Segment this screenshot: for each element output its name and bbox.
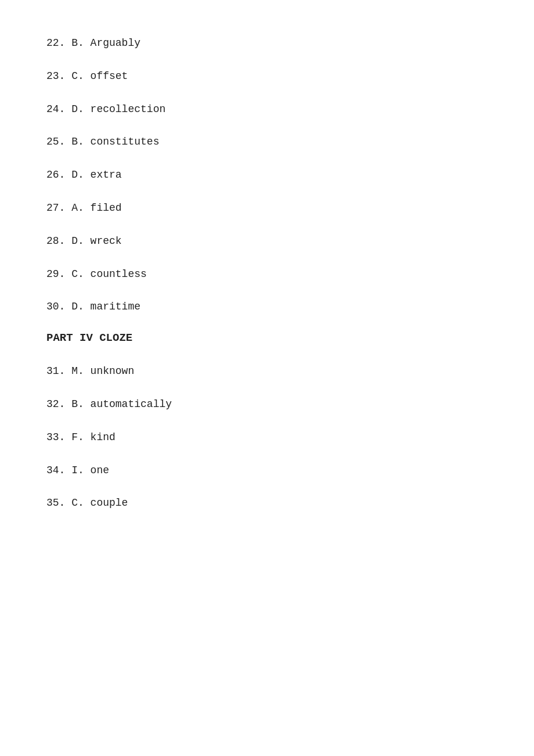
answer-item-24: 24. D. recollection [46,101,488,118]
answer-text-24: 24. D. recollection [46,103,165,115]
answer-text-26: 26. D. extra [46,169,122,181]
answer-item-30: 30. D. maritime [46,298,488,315]
answer-text-30: 30. D. maritime [46,301,140,312]
answers-list: 22. B. Arguably 23. C. offset 24. D. rec… [46,35,488,315]
cloze-item-32: 32. B. automatically [46,396,488,413]
cloze-item-31: 31. M. unknown [46,363,488,380]
cloze-text-33: 33. F. kind [46,431,116,443]
answer-item-28: 28. D. wreck [46,233,488,250]
answer-item-23: 23. C. offset [46,68,488,85]
answer-text-27: 27. A. filed [46,202,122,214]
cloze-item-33: 33. F. kind [46,429,488,446]
cloze-item-35: 35. C. couple [46,495,488,512]
answer-text-25: 25. B. constitutes [46,136,159,147]
cloze-item-34: 34. I. one [46,462,488,479]
answer-item-25: 25. B. constitutes [46,134,488,150]
cloze-answers-list: 31. M. unknown 32. B. automatically 33. … [46,363,488,512]
answer-item-22: 22. B. Arguably [46,35,488,52]
answer-text-23: 23. C. offset [46,70,128,82]
cloze-text-32: 32. B. automatically [46,398,172,410]
cloze-text-31: 31. M. unknown [46,365,134,377]
section-header-part-iv: PART IV CLOZE [46,332,488,344]
answer-text-22: 22. B. Arguably [46,37,140,49]
cloze-text-34: 34. I. one [46,465,109,476]
answer-text-29: 29. C. countless [46,268,147,280]
answer-item-29: 29. C. countless [46,266,488,283]
answer-item-27: 27. A. filed [46,200,488,217]
answer-item-26: 26. D. extra [46,167,488,183]
cloze-text-35: 35. C. couple [46,497,128,509]
answer-text-28: 28. D. wreck [46,235,122,247]
page: 22. B. Arguably 23. C. offset 24. D. rec… [0,0,534,563]
